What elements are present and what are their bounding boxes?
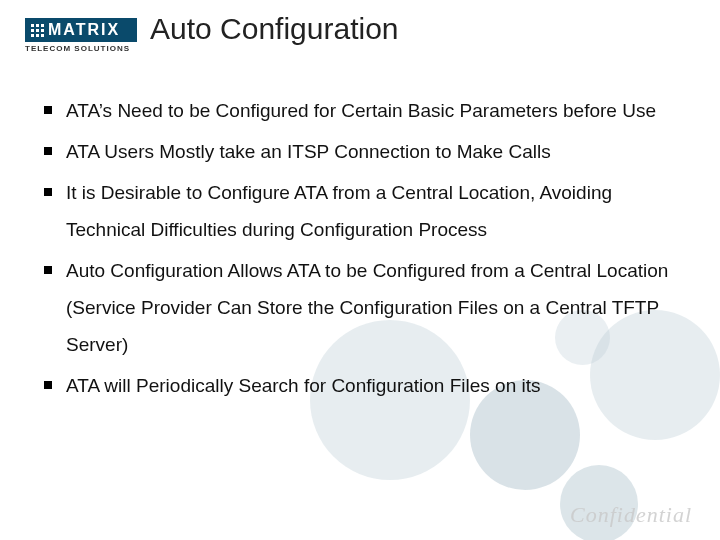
bullet-item: Auto Configuration Allows ATA to be Conf… xyxy=(44,252,690,363)
brand-logo-text: MATRIX xyxy=(48,21,120,39)
slide-body: ATA’s Need to be Configured for Certain … xyxy=(44,92,690,408)
bullet-item: ATA Users Mostly take an ITSP Connection… xyxy=(44,133,690,170)
brand-logo: MATRIX TELECOM SOLUTIONS xyxy=(25,18,137,53)
bullet-list: ATA’s Need to be Configured for Certain … xyxy=(44,92,690,404)
slide-title: Auto Configuration xyxy=(150,12,399,46)
brand-logo-box: MATRIX xyxy=(25,18,137,42)
brand-logo-dots-icon xyxy=(31,24,44,37)
brand-logo-subline: TELECOM SOLUTIONS xyxy=(25,44,137,53)
bullet-item: ATA’s Need to be Configured for Certain … xyxy=(44,92,690,129)
bullet-item: It is Desirable to Configure ATA from a … xyxy=(44,174,690,248)
watermark-text: Confidential xyxy=(570,502,692,528)
bullet-item: ATA will Periodically Search for Configu… xyxy=(44,367,690,404)
slide: Confidential MATRIX TELECOM SOLUTIONS Au… xyxy=(0,0,720,540)
